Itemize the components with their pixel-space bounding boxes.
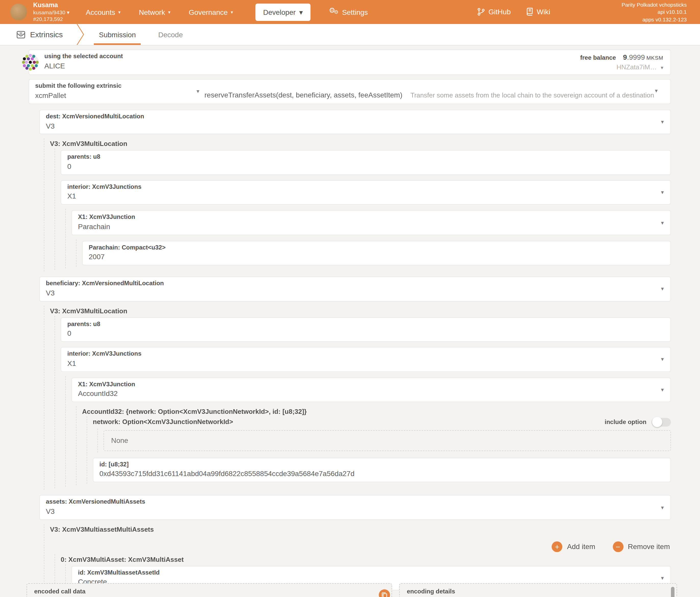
chain-block-number: #20,173,592 <box>33 16 70 23</box>
chain-node: kusama/9430 ▾ <box>33 9 70 16</box>
remove-item-button[interactable]: − Remove item <box>612 541 670 552</box>
section-header: AccountId32: {network: Option<XcmV3Junct… <box>82 408 671 416</box>
method-select[interactable]: reserveTransferAssets(dest, beneficiary,… <box>197 82 664 99</box>
github-link[interactable]: GitHub <box>477 8 510 16</box>
chevron-down-icon: ▾ <box>299 8 303 16</box>
extrinsics-icon <box>16 30 25 39</box>
top-bar: Kusama kusama/9430 ▾ #20,173,592 Account… <box>0 0 700 24</box>
version-info: Parity Polkadot vchopsticks api v10.10.1… <box>622 1 687 23</box>
chevron-down-icon: ▾ <box>661 386 664 393</box>
remove-icon: − <box>612 541 623 552</box>
account-name: ALICE <box>44 61 123 71</box>
include-option-toggle[interactable] <box>652 418 671 427</box>
chevron-down-icon: ▾ <box>661 286 664 292</box>
wiki-icon <box>526 8 533 16</box>
chain-name: Kusama <box>33 1 70 9</box>
chevron-down-icon: ▾ <box>661 189 664 196</box>
section-header: 0: XcmV3MultiAsset: XcmV3MultiAsset <box>61 555 671 564</box>
callindex-label: callindex <box>424 596 450 597</box>
param-network-none: None <box>103 430 671 451</box>
breadcrumb: Extrinsics <box>16 30 73 39</box>
tab-submission[interactable]: Submission <box>98 24 137 45</box>
method-description: Transfer some assets from the local chai… <box>410 92 664 99</box>
nav-network[interactable]: Network▾ <box>139 8 171 16</box>
chain-selector[interactable]: Kusama kusama/9430 ▾ #20,173,592 <box>33 1 70 23</box>
account-identicon[interactable] <box>22 54 39 71</box>
encoded-call-data: encoded call data 0x6302030001005d1f0300… <box>26 583 392 597</box>
chain-logo[interactable] <box>10 4 27 20</box>
free-balance: free balance9.9999MKSM <box>580 52 663 62</box>
include-option-label: include option <box>605 419 647 426</box>
chevron-down-icon: ▾ <box>231 9 233 15</box>
param-beneficiary-x1[interactable]: X1: XcmV3Junction AccountId32 ▾ <box>71 377 671 402</box>
extrinsic-selector: submit the following extrinsic xcmPallet… <box>29 79 671 104</box>
param-beneficiary-parents[interactable]: parents: u8 0 <box>61 317 671 342</box>
content-area: using the selected account ALICE free ba… <box>0 45 700 597</box>
chevron-down-icon: ▾ <box>661 65 663 70</box>
tab-bar: Extrinsics Submission Decode <box>0 24 700 45</box>
param-beneficiary[interactable]: beneficiary: XcmVersionedMultiLocation V… <box>39 277 671 301</box>
param-dest-parents[interactable]: parents: u8 0 <box>61 150 671 175</box>
copy-icon <box>381 592 388 597</box>
chevron-down-icon: ▾ <box>168 9 170 15</box>
chevron-down-icon: ▾ <box>118 9 121 15</box>
account-label: using the selected account <box>44 52 123 61</box>
breadcrumb-chevron <box>76 24 85 45</box>
encoding-details: encoding details callindex 6302 <box>399 583 677 597</box>
github-icon <box>477 8 485 16</box>
nav-governance[interactable]: Governance▾ <box>189 8 233 16</box>
param-dest-x1[interactable]: X1: XcmV3Junction Parachain ▾ <box>71 211 671 235</box>
wiki-link[interactable]: Wiki <box>526 8 550 16</box>
encoded-call-data-value: 0x6302030001005d1f0300010100d43593c715fd… <box>34 596 384 597</box>
param-dest[interactable]: dest: XcmVersionedMultiLocation V3 ▾ <box>39 110 671 135</box>
scrollbar-thumb[interactable] <box>671 587 675 597</box>
toggle-knob <box>652 417 662 427</box>
section-header: V3: XcmV3MultiassetMultiAssets <box>50 526 671 534</box>
tab-decode[interactable]: Decode <box>157 24 184 45</box>
settings-icon: ⚙⚙ <box>329 7 339 17</box>
param-dest-parachain[interactable]: Parachain: Compact<u32> 2007 <box>82 241 671 266</box>
section-header: network: Option<XcmV3JunctionNetworkId> <box>93 418 233 427</box>
param-assets[interactable]: assets: XcmVersionedMultiAssets V3 ▾ <box>39 495 671 520</box>
add-item-button[interactable]: + Add item <box>552 541 596 552</box>
pallet-select[interactable]: submit the following extrinsic xcmPallet… <box>35 82 197 100</box>
copy-button[interactable] <box>379 589 390 597</box>
nav-developer[interactable]: Developer▾ <box>255 3 310 21</box>
section-header: V3: XcmV3MultiLocation <box>50 307 671 316</box>
chevron-down-icon: ▾ <box>661 575 664 581</box>
param-dest-interior[interactable]: interior: XcmV3Junctions X1 ▾ <box>61 180 671 205</box>
chevron-down-icon: ▾ <box>661 504 664 511</box>
account-select[interactable]: using the selected account ALICE free ba… <box>29 49 671 75</box>
method-signature: reserveTransferAssets(dest, beneficiary,… <box>204 91 402 99</box>
param-beneficiary-id[interactable]: id: [u8;32] 0xd43593c715fdd31c61141abd04… <box>93 458 671 482</box>
chevron-down-icon: ▾ <box>661 356 664 363</box>
main-nav: Accounts▾ Network▾ Governance▾ Developer… <box>86 3 368 21</box>
chevron-down-icon: ▾ <box>67 9 70 15</box>
chevron-down-icon: ▾ <box>655 88 658 94</box>
nav-accounts[interactable]: Accounts▾ <box>86 8 121 16</box>
nav-settings[interactable]: ⚙⚙ Settings <box>329 7 368 17</box>
breadcrumb-label: Extrinsics <box>30 30 63 39</box>
section-header: V3: XcmV3MultiLocation <box>50 140 671 149</box>
callindex-value: 6302 <box>460 596 475 597</box>
add-icon: + <box>552 541 562 552</box>
account-address[interactable]: HNZata7iM…▾ <box>580 63 663 72</box>
chevron-down-icon: ▾ <box>661 119 664 125</box>
chevron-down-icon: ▾ <box>661 219 664 226</box>
param-beneficiary-interior[interactable]: interior: XcmV3Junctions X1 ▾ <box>61 347 671 372</box>
